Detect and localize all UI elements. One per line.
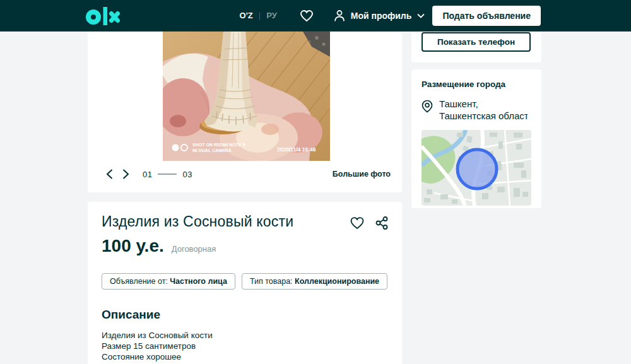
chevron-down-icon <box>417 13 425 18</box>
location-pin-icon <box>422 100 433 113</box>
gallery-controls: 01 03 Большие фото <box>102 165 391 183</box>
lang-uz[interactable]: O'Z <box>240 11 253 20</box>
listing-title: Изделия из Сосновый кости <box>102 213 293 230</box>
photo-counter: 01 03 <box>143 170 192 179</box>
photo-counter-current: 01 <box>143 170 152 179</box>
location-card: Размещение города Ташкент, Ташкентская о… <box>411 69 541 208</box>
listing-tags: Объявление от: Частного лица Тип товара:… <box>102 273 388 290</box>
gallery-card: SHOT ON REDMI NOTE 5 MI DUAL CAMERA 2020… <box>88 32 402 192</box>
description-text: Изделия из Сосновый кости Размер 15 сант… <box>102 330 388 364</box>
prev-photo-icon[interactable] <box>102 167 116 182</box>
big-photos-link[interactable]: Большие фото <box>333 170 391 179</box>
olx-logo[interactable] <box>85 6 121 25</box>
language-switcher: O'Z | РУ <box>240 11 277 20</box>
photo-counter-total: 03 <box>182 170 192 179</box>
description-line: Размер 15 сантиметров <box>102 341 388 351</box>
photo-counter-dash <box>158 173 177 175</box>
user-icon <box>334 9 345 22</box>
listing-price: 100 у.е. <box>102 236 164 256</box>
show-phone-button[interactable]: Показать телефон <box>422 32 531 52</box>
favorites-heart-icon[interactable] <box>300 9 314 22</box>
location-region: Ташкентская област… <box>439 110 528 122</box>
location-heading: Размещение города <box>422 79 531 89</box>
item-type-tag[interactable]: Тип товара: Коллекционирование <box>242 273 387 290</box>
description-line: Изделия из Сосновый кости <box>102 330 388 341</box>
profile-menu[interactable]: Мой профиль <box>334 9 425 22</box>
seller-type-label: Объявление от: <box>110 277 170 286</box>
listing-details-card: Изделия из Сосновый кости 100 у.е. Догов… <box>88 202 402 364</box>
watermark-datetime: 2020/11/4 15:46 <box>277 146 316 153</box>
profile-label: Мой профиль <box>351 11 412 21</box>
description-line: Состояние хорошее <box>102 351 388 362</box>
photo-of-carved-bone-item: SHOT ON REDMI NOTE 5 MI DUAL CAMERA 2020… <box>163 32 330 161</box>
contact-card: Показать телефон <box>411 32 541 62</box>
description-heading: Описание <box>102 308 388 322</box>
favorite-heart-icon[interactable] <box>350 216 365 230</box>
watermark-line1: SHOT ON REDMI NOTE 5 <box>192 143 245 147</box>
lang-ru[interactable]: РУ <box>266 11 277 20</box>
post-ad-button[interactable]: Подать объявление <box>432 6 541 26</box>
watermark-line2: MI DUAL CAMERA <box>192 148 232 153</box>
next-photo-icon[interactable] <box>119 167 133 182</box>
item-type-label: Тип товара: <box>250 277 295 286</box>
location-city: Ташкент, <box>439 98 528 110</box>
listing-photo[interactable]: SHOT ON REDMI NOTE 5 MI DUAL CAMERA 2020… <box>163 32 330 161</box>
price-negotiable-label: Договорная <box>172 244 216 254</box>
top-navbar: O'Z | РУ Мой профиль Подать объявление <box>0 0 631 32</box>
location-map[interactable] <box>422 130 531 206</box>
item-type-value: Коллекционирование <box>295 277 379 286</box>
location-text: Ташкент, Ташкентская област… <box>439 98 528 122</box>
seller-type-tag[interactable]: Объявление от: Частного лица <box>102 273 235 290</box>
share-icon[interactable] <box>375 216 388 230</box>
lang-separator: | <box>259 11 261 20</box>
seller-type-value: Частного лица <box>170 277 227 286</box>
